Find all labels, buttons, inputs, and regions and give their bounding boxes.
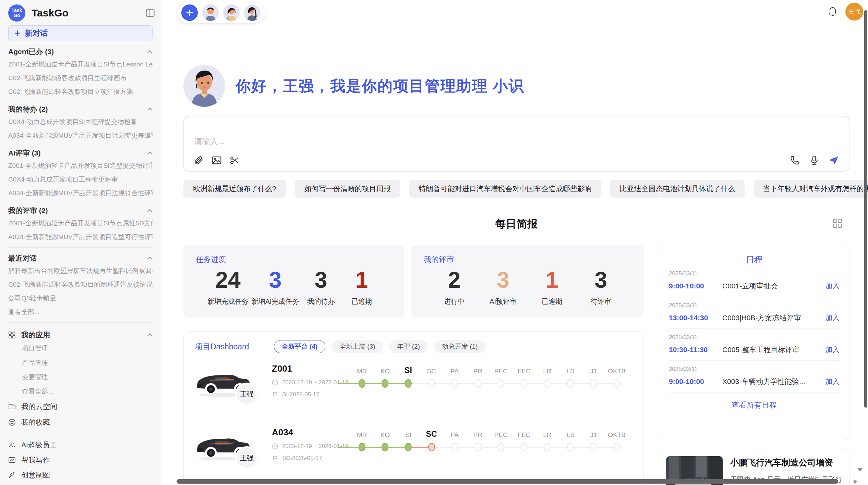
- divider: [8, 434, 153, 434]
- task-progress-card: 任务进度 24 新增完成任务 3 新增AI完成任务: [183, 245, 405, 318]
- scroll-right-arrow-icon[interactable]: [854, 479, 857, 484]
- section-my-apps[interactable]: 我的应用: [8, 329, 153, 341]
- new-chat-label: 新对话: [25, 28, 48, 38]
- sidebar-item-cloud-space[interactable]: 我的云空间: [8, 399, 153, 414]
- recent-view-all[interactable]: 查看全部...: [8, 305, 153, 319]
- milestone-dot: [497, 443, 504, 451]
- tab-year-model[interactable]: 年型 (2): [389, 340, 428, 353]
- card-title: 任务进度: [196, 254, 392, 265]
- suggestion-chip[interactable]: 如何写一份清晰的项目周报: [295, 180, 400, 198]
- stat-cards-row: 任务进度 24 新增完成任务 3 新增AI完成任务: [183, 245, 644, 318]
- sidebar-item[interactable]: C0X4-动力总成开发项目SI里程碑提交物检查: [8, 115, 153, 129]
- sidebar-item[interactable]: A034-全新新能源MUV产品开发项目计划变更表编写: [8, 129, 153, 142]
- project-flag: SI-2025-05-17: [272, 391, 350, 398]
- chevron-up-icon[interactable]: [147, 151, 153, 155]
- paperclip-icon[interactable]: [194, 155, 204, 165]
- sidebar-item[interactable]: Z001-全新燃油皮卡产品开发项目SI节点Lesson Learn报告: [8, 58, 153, 71]
- horizontal-scrollbar[interactable]: [177, 479, 838, 484]
- milestone-mr: MR: [350, 428, 374, 452]
- flag-icon: [272, 391, 278, 398]
- layout-grid-icon[interactable]: [832, 218, 843, 228]
- sidebar-item[interactable]: Z001-全新燃油轻卡产品开发项目SI造型提交物评审: [8, 159, 153, 173]
- sidebar-item-creative-draw[interactable]: 创意制图: [8, 468, 153, 483]
- chevron-up-icon[interactable]: [147, 257, 153, 260]
- recent-chat-item[interactable]: 公司Q3轻卡销量: [8, 291, 153, 305]
- join-link[interactable]: 加入: [825, 345, 840, 355]
- microphone-icon[interactable]: [809, 155, 819, 165]
- milestone-dot: [590, 443, 597, 451]
- stat-my-todo: 3 我的待办: [302, 267, 340, 306]
- sidebar-item-ai-employee[interactable]: AI超级员工: [8, 437, 153, 452]
- sidebar-item[interactable]: C02-飞腾新能源轻客改款项目立项汇报方案: [8, 85, 153, 99]
- milestone-dot: [359, 379, 365, 388]
- section-ai-review[interactable]: AI评审 (3): [8, 147, 153, 159]
- tab-new-platform[interactable]: 全新平台 (4): [274, 340, 326, 353]
- sidebar-item-favorites[interactable]: 我的收藏: [8, 414, 153, 430]
- scissors-icon[interactable]: [229, 155, 240, 165]
- clock-icon: [272, 380, 278, 386]
- apps-view-all[interactable]: 查看全部...: [22, 384, 153, 399]
- section-recent-chats[interactable]: 最近对话: [8, 252, 153, 264]
- divider: [8, 247, 153, 248]
- plus-icon: [14, 30, 21, 37]
- stat-new-done: 24 新增完成任务: [207, 267, 249, 306]
- chevron-up-icon[interactable]: [147, 108, 153, 111]
- sidebar-item[interactable]: C02-飞腾新能源轻客改款项目里程碑画布: [8, 71, 153, 85]
- section-my-todo[interactable]: 我的待办 (2): [8, 103, 153, 115]
- sidebar-item[interactable]: C0X4-动力总成开发项目工程变更评审: [8, 173, 153, 186]
- milestone-dot: [544, 443, 551, 451]
- suggestion-chip[interactable]: 欧洲新规最近颁布了什么?: [183, 180, 286, 198]
- section-my-review[interactable]: 我的评审 (2): [8, 205, 153, 216]
- sidebar-item[interactable]: A034-全新新能源MUV产品开发项目造型可行性评审: [8, 230, 153, 244]
- clock-icon: [272, 443, 278, 449]
- flag-milestone: SC-2025-05-17: [282, 455, 322, 462]
- sidebar-item-help-write[interactable]: 帮我写作: [8, 452, 153, 468]
- stats-row: 24 新增完成任务 3 新增AI完成任务 3 我的待办: [196, 267, 392, 306]
- chevron-up-icon[interactable]: [147, 209, 153, 212]
- join-link[interactable]: 加入: [825, 313, 840, 323]
- tab-new-body[interactable]: 全新上装 (3): [331, 340, 383, 353]
- collapse-sidebar-icon[interactable]: [146, 9, 155, 17]
- schedule-item: 2025/03/11 9:00-10:00 X003-车辆动力学性能验... 加…: [669, 361, 840, 393]
- vertical-scrollbar[interactable]: [864, 10, 867, 408]
- sidebar-item-label: 我的云空间: [21, 402, 57, 411]
- suggestion-chip[interactable]: 特朗普可能对进口汽车增税会对中国车企造成哪些影响: [409, 180, 601, 198]
- stat-in-progress: 2 进行中: [435, 267, 473, 306]
- sidebar-item[interactable]: A034-全新新能源MUV产品开发项目法规符合性评审: [8, 186, 153, 200]
- tab-powertrain[interactable]: 动总开发 (1): [434, 340, 486, 353]
- main-content: 你好，王强，我是你的项目管理助理 小识: [161, 0, 868, 485]
- sidebar-item-label: 帮我写作: [21, 455, 50, 465]
- dashboard-title: 项目Dashboard: [195, 341, 249, 352]
- sidebar-item-change-mgmt[interactable]: 变更管理: [22, 370, 153, 384]
- join-link[interactable]: 加入: [825, 377, 840, 386]
- recent-chat-item[interactable]: 解释最新出台的欧盟报废车法规再生塑料比例被调至15%...: [8, 264, 153, 278]
- new-chat-button[interactable]: 新对话: [8, 25, 153, 41]
- my-review-card: 我的评审 2 进行中 3 AI预评审: [411, 245, 644, 318]
- image-icon[interactable]: [212, 155, 222, 165]
- suggestion-chip[interactable]: 当下年轻人对汽车外观有怎样的喜好趋势: [754, 180, 868, 198]
- scroll-down-arrow-icon[interactable]: [857, 468, 863, 472]
- section-title: AI评审 (3): [8, 148, 41, 158]
- chat-input[interactable]: [194, 136, 674, 150]
- recent-chat-item[interactable]: C02-飞腾新能源轻客改款项目的闭环通告反馈情况: [8, 278, 153, 291]
- phone-icon[interactable]: [790, 155, 800, 165]
- schedule-event-title: C001-立项审批会: [720, 281, 825, 291]
- project-row-a034[interactable]: 王强 A034 2023-12-19 ~ 2026-01-19: [195, 427, 632, 478]
- project-name: A034: [272, 427, 350, 438]
- join-link[interactable]: 加入: [825, 281, 840, 291]
- stat-label: 我的待办: [307, 297, 335, 306]
- suggestion-chip[interactable]: 比亚迪全固态电池计划具体说了什么: [610, 180, 745, 198]
- sidebar-item-product-mgmt[interactable]: 产品管理: [22, 356, 153, 370]
- chevron-up-icon[interactable]: [147, 333, 153, 337]
- send-icon[interactable]: [828, 155, 839, 165]
- sidebar-item-project-mgmt[interactable]: 项目管理: [22, 341, 153, 356]
- stat-label: 新增完成任务: [207, 297, 249, 306]
- milestone-sc: SC: [420, 364, 443, 388]
- milestone-ko: KO: [374, 428, 397, 452]
- chevron-up-icon[interactable]: [147, 50, 153, 53]
- project-row-z001[interactable]: 王强 Z001 2023-12-19 ~ 2027-01-19: [195, 363, 632, 414]
- section-agent-done[interactable]: Agent已办 (3): [8, 46, 153, 58]
- milestone-dot: [521, 379, 528, 388]
- sidebar-item[interactable]: Z001-全新燃油轻卡产品开发项目SI节点属性5D文件评审: [8, 216, 153, 230]
- view-all-schedules-link[interactable]: 查看所有日程: [669, 400, 840, 410]
